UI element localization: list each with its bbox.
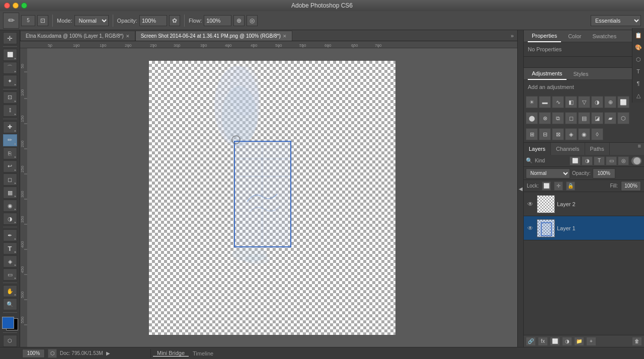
lock-pixels-btn[interactable]: ⬜ [542, 182, 551, 191]
channel-mixer-adj[interactable]: ⊗ [539, 112, 551, 124]
dodge-tool[interactable]: ◑▸ [3, 213, 17, 225]
new-group-btn[interactable]: 📁 [574, 337, 584, 346]
brush-size-display[interactable]: 5 [21, 15, 35, 26]
paragraph-icon[interactable]: ¶ [633, 78, 643, 88]
adj-11[interactable]: ⊠ [552, 128, 564, 140]
brightness-adj[interactable]: ☀ [526, 96, 538, 108]
tab-swatches[interactable]: Swatches [588, 30, 620, 42]
blend-mode-select[interactable]: Normal Multiply Screen [526, 168, 570, 178]
zoom-tool[interactable]: 🔍 [3, 298, 17, 310]
healing-tool[interactable]: ✚▸ [3, 121, 17, 133]
levels-adj[interactable]: ▬ [539, 96, 551, 108]
document-canvas[interactable] [149, 61, 395, 335]
tablet-icon[interactable]: ◎ [247, 15, 258, 26]
history-brush-tool[interactable]: ↩▸ [3, 160, 17, 172]
layer-item-1[interactable]: 👁 Layer 1 [524, 216, 644, 240]
mini-bridge-tab[interactable]: Mini Bridge [153, 350, 189, 356]
doc-info-arrow[interactable]: ▶ [106, 350, 110, 356]
color-icon[interactable]: 🎨 [633, 42, 643, 52]
tab-layers[interactable]: Layers [524, 143, 551, 155]
layer-style-btn[interactable]: fx [538, 337, 548, 346]
layer-2-visibility[interactable]: 👁 [526, 200, 535, 209]
layers-menu[interactable]: ≡ [635, 143, 644, 155]
crop-tool[interactable]: ⊡▸ [3, 92, 17, 104]
quick-select-tool[interactable]: ✦▸ [3, 75, 17, 87]
tab-adjustments[interactable]: Adjustments [528, 68, 567, 80]
adj-13[interactable]: ◉ [578, 128, 590, 140]
canvas-container[interactable] [27, 48, 517, 347]
adj-12[interactable]: ◈ [565, 128, 577, 140]
lasso-tool[interactable]: ⌒▸ [3, 62, 17, 74]
zoom-presets-btn[interactable]: ⬡ [48, 349, 57, 358]
color-swatches[interactable] [2, 317, 18, 330]
type-tool[interactable]: T▸ [3, 242, 17, 254]
brush-tool[interactable]: ✏▸ [3, 134, 17, 146]
invert-adj[interactable]: ◻ [565, 112, 577, 124]
opacity-input[interactable] [139, 15, 167, 26]
new-layer-btn[interactable]: + [586, 337, 596, 346]
stylus-pressure-icon[interactable]: ⊕ [233, 15, 245, 26]
foreground-color-swatch[interactable] [2, 317, 14, 329]
add-link-btn[interactable]: 🔗 [526, 337, 536, 346]
airbrush-icon[interactable]: ✿ [169, 15, 180, 26]
delete-layer-btn[interactable]: 🗑 [632, 337, 642, 346]
path-select-tool[interactable]: ◈▸ [3, 255, 17, 267]
doc-tab-1[interactable]: Etna Kusudama @ 100% (Layer 1, RGB/8*) ✕ [20, 31, 135, 41]
pen-tool[interactable]: ✒▸ [3, 229, 17, 241]
filter-type-icon[interactable]: T [594, 156, 605, 165]
brush-preset-icon[interactable]: ✏ [3, 13, 19, 29]
opacity-value-input[interactable] [593, 168, 615, 178]
hue-sat-adj[interactable]: ◑ [591, 96, 603, 108]
panel-collapse-button[interactable]: ◀ [517, 30, 523, 347]
add-adjustment-layer-btn[interactable]: ◑ [562, 337, 572, 346]
adj-9[interactable]: ⊞ [526, 128, 538, 140]
close-tab-2[interactable]: ✕ [283, 34, 287, 39]
color-balance-adj[interactable]: ⊕ [604, 96, 616, 108]
tab-styles[interactable]: Styles [570, 68, 593, 80]
selective-color-adj[interactable]: ⬡ [617, 112, 629, 124]
marquee-tool[interactable]: ⬜▸ [3, 49, 17, 61]
properties-icon[interactable]: 📋 [633, 30, 643, 40]
bw-adj[interactable]: ⬜ [617, 96, 629, 108]
filter-toggle[interactable] [631, 156, 642, 165]
tab-properties[interactable]: Properties [528, 30, 561, 42]
brush-settings-icon[interactable]: ⊡ [37, 15, 48, 26]
posterize-adj[interactable]: ▤ [578, 112, 590, 124]
shape-tool[interactable]: ▭▸ [3, 268, 17, 281]
tab-color[interactable]: Color [564, 30, 585, 42]
move-tool[interactable]: ✛ [3, 32, 17, 44]
clone-stamp-tool[interactable]: ⎘▸ [3, 147, 17, 159]
tab-paths[interactable]: Paths [585, 143, 610, 155]
exposure-adj[interactable]: ◧ [565, 96, 577, 108]
maximize-button[interactable] [21, 3, 27, 9]
photo-filter-adj[interactable]: ⬤ [526, 112, 538, 124]
eraser-tool[interactable]: ◻▸ [3, 173, 17, 186]
filter-shape-icon[interactable]: ▭ [606, 156, 617, 165]
adj-10[interactable]: ⊟ [539, 128, 551, 140]
zoom-input[interactable] [22, 349, 45, 358]
close-button[interactable] [4, 3, 10, 9]
blur-tool[interactable]: ◉▸ [3, 200, 17, 212]
filter-smart-icon[interactable]: ◎ [618, 156, 629, 165]
minimize-button[interactable] [13, 3, 19, 9]
vibrance-adj[interactable]: ▽ [578, 96, 590, 108]
filter-adj-icon[interactable]: ◑ [582, 156, 593, 165]
color-lookup-adj[interactable]: ⧉ [552, 112, 564, 124]
lock-move-btn[interactable]: ✛ [554, 182, 563, 191]
doc-tab-2[interactable]: Screen Shot 2014-06-24 at 1.36.41 PM.png… [135, 31, 292, 41]
close-tab-1[interactable]: ✕ [126, 34, 130, 39]
hand-tool[interactable]: ✋▸ [3, 285, 17, 297]
tab-collapse-btn[interactable]: » [507, 31, 517, 41]
layer-1-visibility[interactable]: 👁 [526, 224, 535, 233]
mode-select[interactable]: Normal Multiply Screen [74, 15, 109, 26]
filter-pixel-icon[interactable]: ⬜ [570, 156, 581, 165]
layer-item-2[interactable]: 👁 Layer 2 [524, 192, 644, 216]
3d-scene-icon[interactable]: △ [633, 91, 643, 101]
eyedropper-tool[interactable]: 𝕀▸ [3, 105, 17, 117]
workspace-select[interactable]: Essentials [591, 15, 641, 26]
text-icon[interactable]: T [633, 66, 643, 76]
curves-adj[interactable]: ∿ [552, 96, 564, 108]
layer-mask-btn[interactable]: ⬜ [550, 337, 560, 346]
flow-input[interactable] [204, 15, 231, 26]
3d-tool[interactable]: ⬡ [3, 335, 17, 347]
